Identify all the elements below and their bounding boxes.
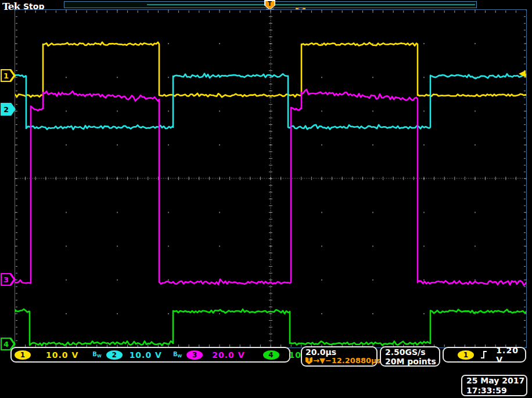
ch2-position-marker[interactable]: 2 [1, 103, 16, 116]
datetime-readout: 25 May 2017 17:33:59 [461, 375, 527, 396]
ch1-marker-label: 1 [1, 69, 12, 82]
ch2-bandwidth-tag: BW [173, 351, 182, 358]
time-value: 17:33:59 [466, 386, 507, 396]
timebase-scale: 20.0µs [305, 348, 336, 357]
ch3-badge[interactable]: 3 [186, 350, 203, 360]
channel-readouts[interactable]: 1 10.0 V BW 2 10.0 V BW 3 20.0 V 4 10.0 … [10, 347, 290, 363]
ch2-marker-label: 2 [1, 103, 12, 116]
ch4-marker-label: 4 [1, 338, 12, 350]
scope-canvas [15, 10, 526, 347]
trigger-level-arrow-icon[interactable] [519, 70, 526, 77]
trigger-level-value: 1.20 V [496, 346, 525, 364]
date-value: 25 May 2017 [466, 376, 524, 386]
acquisition-readout[interactable]: 2.50GS/s 20M points [380, 346, 440, 367]
trigger-t-icon-small: T [305, 357, 312, 364]
ch3-scale: 20.0 V [212, 350, 245, 360]
rising-edge-icon [480, 350, 487, 360]
trigger-delay-readout: T →▼−12.20880µs [305, 357, 381, 365]
ch3-marker-label: 3 [1, 273, 12, 286]
ch1-scale: 10.0 V [46, 350, 78, 360]
record-waveform-line [147, 4, 475, 5]
ch2-scale: 10.0 V [130, 350, 162, 360]
waveform-display [15, 9, 527, 348]
ch2-trace [15, 74, 526, 130]
sample-rate: 2.50GS/s [385, 347, 426, 357]
ch1-badge[interactable]: 1 [15, 350, 31, 360]
ch2-badge[interactable]: 2 [106, 350, 123, 360]
trigger-source-badge: 1 [458, 350, 474, 360]
ch4-badge[interactable]: 4 [263, 350, 279, 360]
timebase-readout[interactable]: 20.0µs T →▼−12.20880µs [301, 346, 378, 367]
record-length: 20M points [385, 357, 436, 366]
ch1-position-marker[interactable]: 1 [1, 69, 16, 82]
ch1-bandwidth-tag: BW [92, 351, 101, 358]
trigger-readout[interactable]: 1 1.20 V [443, 347, 526, 363]
ch3-position-marker[interactable]: 3 [1, 273, 16, 286]
